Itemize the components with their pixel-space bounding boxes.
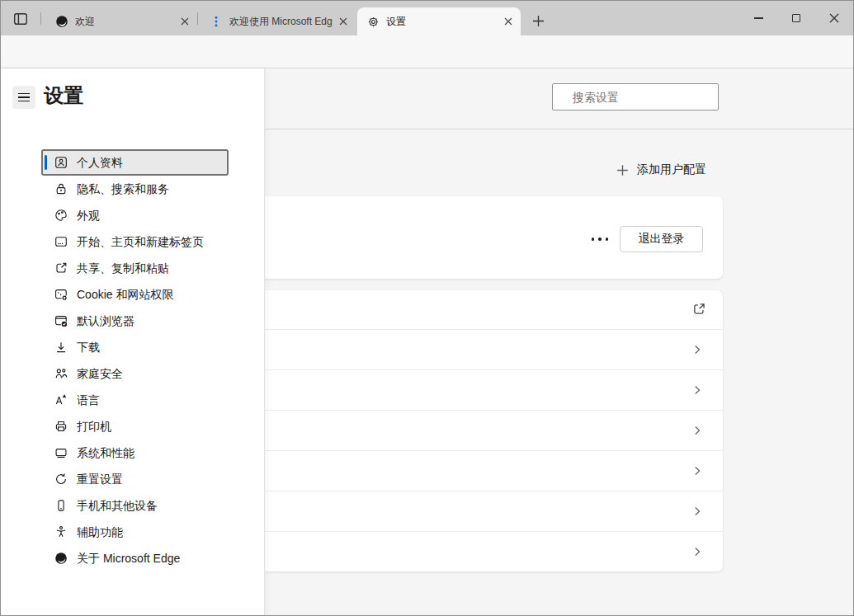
sidebar-item-accessibility[interactable]: 辅助功能 [41, 519, 229, 545]
new-tab-button[interactable] [529, 12, 547, 30]
toolbar: Edge edge://settings/profiles [1, 35, 853, 68]
close-button[interactable] [815, 1, 853, 35]
family-icon [54, 367, 68, 380]
phone-icon [54, 499, 68, 512]
reset-icon [54, 473, 68, 486]
tab-bar: 欢迎 欢迎使用 Microsoft Edg 设置 [1, 1, 853, 35]
tab-separator [40, 12, 41, 25]
share-icon [54, 261, 68, 275]
chevron-right-icon [691, 546, 703, 557]
sidebar-item-default-browser[interactable]: 默认浏览器 [41, 308, 229, 334]
system-icon [54, 446, 68, 459]
tab-welcome-microsoft-edge[interactable]: 欢迎使用 Microsoft Edg [201, 7, 356, 35]
minimize-icon [754, 17, 763, 18]
sidebar-item-share-copy-paste[interactable]: 共享、复制和粘贴 [41, 255, 229, 281]
chevron-right-icon [691, 425, 703, 436]
edge-logo-icon [54, 552, 68, 565]
plus-icon [532, 15, 545, 27]
sidebar-item-start-home[interactable]: 开始、主页和新建标签页 [41, 228, 229, 255]
tab-close-button[interactable] [501, 14, 516, 29]
plus-icon [616, 164, 629, 176]
sidebar-item-system-performance[interactable]: 系统和性能 [41, 440, 229, 466]
palette-icon [54, 209, 68, 222]
welcome-page-icon [210, 15, 223, 28]
cookie-permissions-icon [54, 288, 68, 301]
sidebar-item-family-safety[interactable]: 家庭安全 [41, 360, 229, 387]
chevron-right-icon [691, 505, 703, 517]
tab-title: 欢迎 [75, 15, 177, 29]
sidebar-menu-button[interactable] [12, 86, 35, 109]
sidebar-item-about-edge[interactable]: 关于 Microsoft Edge [41, 545, 229, 571]
sidebar-item-languages[interactable]: 语言 [41, 387, 229, 413]
browser-window: 欢迎 欢迎使用 Microsoft Edg 设置 [0, 0, 854, 616]
tab-close-button[interactable] [177, 14, 192, 29]
gear-icon [366, 15, 380, 28]
minimize-button[interactable] [739, 1, 777, 35]
selected-accent-bar [45, 155, 47, 170]
tab-welcome[interactable]: 欢迎 [46, 7, 197, 35]
sidebar-item-privacy[interactable]: 隐私、搜索和服务 [41, 176, 229, 202]
signout-button[interactable]: 退出登录 [620, 226, 703, 252]
tab-title: 设置 [386, 15, 501, 29]
profile-card-icon [54, 156, 68, 169]
chevron-right-icon [691, 465, 703, 477]
maximize-button[interactable] [777, 1, 815, 35]
profile-more-options-button[interactable] [589, 234, 611, 244]
sidebar-item-downloads[interactable]: 下载 [41, 334, 229, 360]
sidebar-nav: 个人资料 隐私、搜索和服务 外观 开始、主页和新建标签页 [41, 149, 229, 571]
sidebar-item-printers[interactable]: 打印机 [41, 413, 229, 440]
settings-search-input[interactable] [571, 90, 724, 105]
sidebar-item-phone-devices[interactable]: 手机和其他设备 [41, 492, 229, 519]
add-profile-button[interactable]: 添加用户配置 [616, 158, 706, 182]
accessibility-icon [54, 525, 68, 538]
maximize-icon [792, 14, 800, 22]
edge-logo-icon [55, 15, 68, 28]
sidebar-item-appearance[interactable]: 外观 [41, 202, 229, 228]
sidebar-item-profiles[interactable]: 个人资料 [41, 149, 229, 176]
download-icon [54, 341, 68, 354]
lock-icon [54, 182, 68, 195]
close-icon [829, 13, 839, 23]
printer-icon [54, 420, 68, 433]
start-page-icon [54, 235, 68, 248]
tab-separator [197, 12, 198, 25]
hamburger-icon [18, 93, 30, 95]
settings-search-box[interactable] [552, 83, 719, 111]
tab-title: 欢迎使用 Microsoft Edg [229, 15, 336, 29]
language-icon [54, 393, 68, 407]
default-browser-icon [54, 314, 68, 327]
add-profile-label: 添加用户配置 [637, 162, 706, 177]
tab-close-button[interactable] [336, 14, 351, 29]
sidebar-item-reset-settings[interactable]: 重置设置 [41, 466, 229, 492]
window-controls [739, 1, 853, 35]
tab-actions-menu-button[interactable] [11, 10, 31, 27]
chevron-right-icon [691, 384, 703, 396]
tab-settings-active[interactable]: 设置 [357, 7, 521, 35]
external-link-icon [691, 302, 706, 317]
settings-sidebar: 设置 个人资料 隐私、搜索和服务 外观 [1, 68, 265, 615]
page-title: 设置 [44, 82, 83, 109]
chevron-right-icon [691, 344, 703, 355]
vertical-tabs-icon [13, 12, 28, 26]
sidebar-item-cookies-permissions[interactable]: Cookie 和网站权限 [41, 281, 229, 308]
